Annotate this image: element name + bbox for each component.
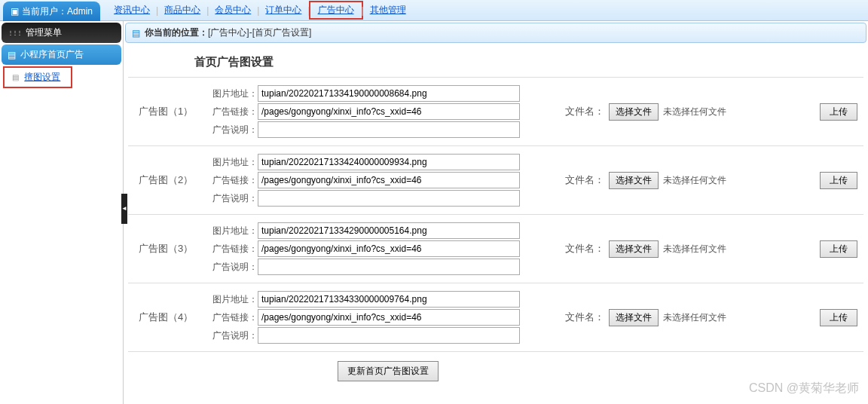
ad-link-input[interactable] bbox=[258, 172, 520, 188]
nav-item-3[interactable]: 订单中心 bbox=[259, 4, 307, 17]
content: 首页广告图设置 广告图（1） 图片地址： 广告链接： 广告说明： 文件名： 选择… bbox=[124, 44, 868, 404]
user-icon: ▣ bbox=[11, 6, 19, 17]
img-url-input[interactable] bbox=[258, 291, 520, 308]
breadcrumb-prefix: 你当前的位置： bbox=[145, 26, 208, 39]
ad-fields: 图片地址： 广告链接： 广告说明： bbox=[203, 152, 520, 208]
img-url-input[interactable] bbox=[258, 85, 520, 102]
ad-link-input[interactable] bbox=[258, 103, 520, 120]
ad-block-3: 广告图（3） 图片地址： 广告链接： 广告说明： 文件名： 选择文件 未选择任何… bbox=[128, 214, 863, 283]
ad-row-label: 广告图（3） bbox=[128, 242, 203, 256]
main: ▤ 你当前的位置： [广告中心]-[首页广告设置] 首页广告图设置 广告图（1）… bbox=[124, 21, 868, 404]
no-file-text: 未选择任何文件 bbox=[663, 311, 726, 324]
ad-link-label: 广告链接： bbox=[203, 311, 258, 324]
file-name-label: 文件名： bbox=[565, 105, 604, 118]
user-label: 当前用户：Admin bbox=[22, 5, 93, 18]
sidebar-collapse-handle[interactable]: ◄ bbox=[121, 194, 127, 224]
choose-file-button[interactable]: 选择文件 bbox=[609, 309, 659, 326]
doc-icon: ▤ bbox=[12, 73, 19, 81]
ad-block-2: 广告图（2） 图片地址： 广告链接： 广告说明： 文件名： 选择文件 未选择任何… bbox=[128, 145, 863, 214]
ad-desc-input[interactable] bbox=[258, 190, 520, 207]
ad-desc-input[interactable] bbox=[258, 259, 520, 275]
ad-desc-label: 广告说明： bbox=[203, 124, 258, 136]
nav-highlight: 广告中心 bbox=[309, 1, 363, 20]
no-file-text: 未选择任何文件 bbox=[663, 243, 726, 256]
ad-fields: 图片地址： 广告链接： 广告说明： bbox=[203, 221, 520, 277]
breadcrumb: ▤ 你当前的位置： [广告中心]-[首页广告设置] bbox=[125, 23, 866, 43]
upload-button[interactable]: 上传 bbox=[820, 172, 857, 189]
page-title: 首页广告图设置 bbox=[128, 44, 863, 77]
breadcrumb-icon: ▤ bbox=[132, 28, 140, 38]
choose-file-button[interactable]: 选择文件 bbox=[609, 240, 659, 258]
nav-item-0[interactable]: 资讯中心 bbox=[108, 4, 156, 17]
nav-menu: 资讯中心 | 商品中心 | 会员中心 | 订单中心 | 广告中心 | 其他管理 bbox=[103, 0, 417, 20]
submit-button[interactable]: 更新首页广告图设置 bbox=[338, 361, 439, 381]
nav-item-1[interactable]: 商品中心 bbox=[158, 4, 206, 17]
no-file-text: 未选择任何文件 bbox=[663, 174, 726, 187]
ad-fields: 图片地址： 广告链接： 广告说明： bbox=[203, 289, 520, 345]
ad-row-label: 广告图（2） bbox=[128, 173, 203, 187]
ad-desc-label: 广告说明： bbox=[203, 329, 258, 342]
ad-link-input[interactable] bbox=[258, 240, 520, 257]
ad-fields: 图片地址： 广告链接： 广告说明： bbox=[203, 84, 520, 139]
file-name-label: 文件名： bbox=[565, 311, 604, 324]
file-name-label: 文件名： bbox=[565, 173, 604, 187]
img-url-label: 图片地址： bbox=[203, 156, 258, 169]
file-area: 文件名： 选择文件 未选择任何文件 bbox=[520, 309, 820, 326]
top-bar: ▣ 当前用户：Admin 资讯中心 | 商品中心 | 会员中心 | 订单中心 |… bbox=[0, 0, 868, 21]
file-area: 文件名： 选择文件 未选择任何文件 bbox=[520, 172, 820, 189]
upload-button[interactable]: 上传 bbox=[820, 240, 857, 258]
img-url-input[interactable] bbox=[258, 222, 520, 239]
ad-block-4: 广告图（4） 图片地址： 广告链接： 广告说明： 文件名： 选择文件 未选择任何… bbox=[128, 283, 863, 351]
ad-block-1: 广告图（1） 图片地址： 广告链接： 广告说明： 文件名： 选择文件 未选择任何… bbox=[128, 77, 863, 145]
ad-link-input[interactable] bbox=[258, 309, 520, 326]
sidebar: 管理菜单 小程序首页广告 ▤ 擅图设置 ◄ bbox=[0, 21, 124, 404]
nav-item-5[interactable]: 其他管理 bbox=[364, 4, 412, 17]
upload-button[interactable]: 上传 bbox=[820, 103, 857, 121]
img-url-input[interactable] bbox=[258, 154, 520, 170]
choose-file-button[interactable]: 选择文件 bbox=[609, 103, 659, 121]
sidebar-menu-title: 管理菜单 bbox=[2, 23, 121, 43]
ad-row-label: 广告图（1） bbox=[128, 105, 203, 118]
no-file-text: 未选择任何文件 bbox=[663, 106, 726, 118]
sidebar-section-title[interactable]: 小程序首页广告 bbox=[2, 44, 121, 65]
img-url-label: 图片地址： bbox=[203, 225, 258, 237]
choose-file-button[interactable]: 选择文件 bbox=[609, 172, 659, 189]
ad-desc-label: 广告说明： bbox=[203, 192, 258, 205]
breadcrumb-path: [广告中心]-[首页广告设置] bbox=[208, 26, 311, 39]
sidebar-link-row[interactable]: ▤ 擅图设置 bbox=[3, 66, 72, 88]
file-name-label: 文件名： bbox=[565, 242, 604, 256]
upload-button[interactable]: 上传 bbox=[820, 309, 857, 326]
ad-link-label: 广告链接： bbox=[203, 174, 258, 187]
ad-row-label: 广告图（4） bbox=[128, 311, 203, 324]
submit-row: 更新首页广告图设置 bbox=[128, 351, 863, 381]
ad-desc-input[interactable] bbox=[258, 121, 520, 138]
file-area: 文件名： 选择文件 未选择任何文件 bbox=[520, 103, 820, 121]
ad-desc-input[interactable] bbox=[258, 327, 520, 344]
ad-desc-label: 广告说明： bbox=[203, 261, 258, 274]
img-url-label: 图片地址： bbox=[203, 293, 258, 306]
nav-item-2[interactable]: 会员中心 bbox=[209, 4, 257, 17]
nav-item-4[interactable]: 广告中心 bbox=[312, 5, 360, 15]
ad-link-label: 广告链接： bbox=[203, 106, 258, 118]
img-url-label: 图片地址： bbox=[203, 87, 258, 100]
ad-link-label: 广告链接： bbox=[203, 243, 258, 256]
current-user: ▣ 当前用户：Admin bbox=[3, 2, 100, 21]
sidebar-link[interactable]: 擅图设置 bbox=[24, 72, 60, 82]
file-area: 文件名： 选择文件 未选择任何文件 bbox=[520, 240, 820, 258]
